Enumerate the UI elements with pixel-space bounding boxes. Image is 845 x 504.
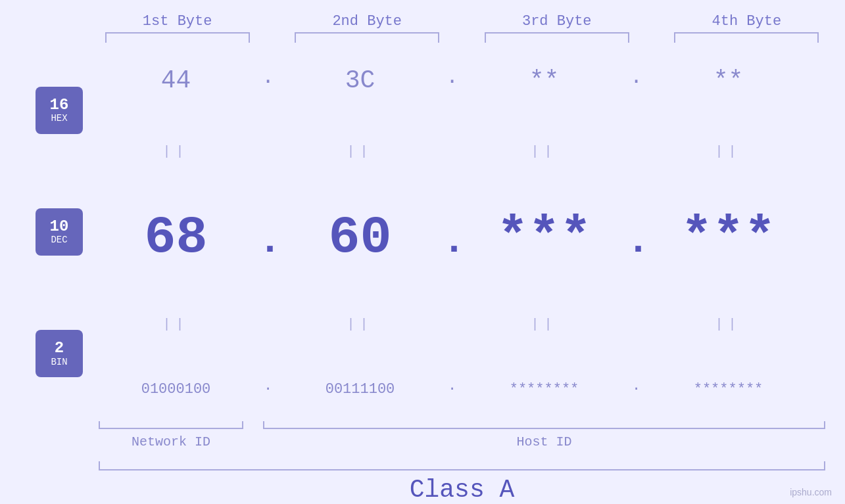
bracket-b4 xyxy=(674,32,819,43)
bin-b1: 01000100 xyxy=(104,381,249,398)
dec-badge-label: DEC xyxy=(51,235,67,245)
dec-b4: *** xyxy=(656,208,801,267)
pipe-8: || xyxy=(656,317,801,332)
pipe-6: || xyxy=(288,317,433,332)
class-label: Class A xyxy=(99,476,825,504)
byte4-header: 4th Byte xyxy=(674,13,819,30)
sep-bin-1: . xyxy=(258,378,278,394)
host-bracket xyxy=(263,421,825,429)
bracket-b1 xyxy=(105,32,250,43)
hex-badge-number: 16 xyxy=(50,97,69,114)
hex-row: 44 . 3C . ** . ** xyxy=(99,66,825,95)
byte3-header: 3rd Byte xyxy=(485,13,629,30)
top-brackets xyxy=(0,32,845,43)
content-area: 16 HEX 10 DEC 2 BIN 44 . 3C xyxy=(0,43,845,421)
dec-b3: *** xyxy=(472,208,617,267)
hex-badge: 16 HEX xyxy=(36,87,83,134)
sep-dec-2: . xyxy=(443,219,462,263)
dec-row: 68 . 60 . *** . *** xyxy=(99,208,825,267)
hex-badge-label: HEX xyxy=(51,114,67,124)
pipe-2: || xyxy=(288,144,433,159)
dec-b2: 60 xyxy=(288,208,433,267)
pipe-3: || xyxy=(472,144,617,159)
sep-hex-2: . xyxy=(443,65,462,89)
class-bracket xyxy=(99,461,825,470)
id-labels-row: Network ID Host ID xyxy=(99,434,825,449)
bracket-b3 xyxy=(485,32,629,43)
dec-badge: 10 DEC xyxy=(36,208,83,256)
pipe-7: || xyxy=(472,317,617,332)
sep-dec-1: . xyxy=(258,219,278,263)
byte1-header: 1st Byte xyxy=(105,13,250,30)
bin-row: 01000100 . 00111100 . ******** . *******… xyxy=(99,381,825,398)
sep-hex-3: . xyxy=(627,65,646,89)
bin-badge-label: BIN xyxy=(51,357,67,367)
sep-dec-3: . xyxy=(627,219,646,263)
bin-badge: 2 BIN xyxy=(36,330,83,377)
hex-b2: 3C xyxy=(288,66,433,95)
pipe-row-1: || || || || xyxy=(99,141,825,161)
badges-column: 16 HEX 10 DEC 2 BIN xyxy=(20,43,99,421)
bin-b4: ******** xyxy=(656,381,801,398)
byte-headers: 1st Byte 2nd Byte 3rd Byte 4th Byte xyxy=(0,13,845,30)
network-bracket xyxy=(99,421,243,429)
bin-badge-number: 2 xyxy=(55,340,64,357)
pipe-5: || xyxy=(104,317,249,332)
sep-hex-1: . xyxy=(258,65,278,89)
pipe-4: || xyxy=(656,144,801,159)
sep-bin-2: . xyxy=(443,378,462,394)
bottom-section: Network ID Host ID Class A xyxy=(0,421,845,504)
main-container: 1st Byte 2nd Byte 3rd Byte 4th Byte 16 H… xyxy=(0,0,845,504)
bottom-brackets-row xyxy=(99,421,825,429)
bracket-b2 xyxy=(295,32,439,43)
hex-b4: ** xyxy=(656,66,801,95)
byte2-header: 2nd Byte xyxy=(295,13,439,30)
pipe-row-2: || || || || xyxy=(99,315,825,334)
dec-badge-number: 10 xyxy=(50,218,69,235)
hex-b1: 44 xyxy=(104,66,249,95)
watermark: ipshu.com xyxy=(790,487,832,497)
bin-b3: ******** xyxy=(472,381,617,398)
bin-b2: 00111100 xyxy=(288,381,433,398)
network-id-label: Network ID xyxy=(99,434,243,449)
host-id-label: Host ID xyxy=(263,434,825,449)
hex-b3: ** xyxy=(472,66,617,95)
pipe-1: || xyxy=(104,144,249,159)
dec-b1: 68 xyxy=(104,208,249,267)
values-area: 44 . 3C . ** . ** || || xyxy=(99,43,845,421)
sep-bin-3: . xyxy=(627,378,646,394)
